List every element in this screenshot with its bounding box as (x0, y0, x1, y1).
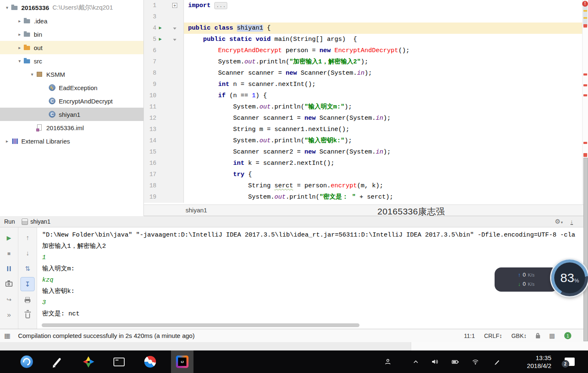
editor-gutter[interactable]: 4▶ (144, 23, 184, 34)
tool-window-switcher-icon[interactable]: ▦ (4, 332, 10, 340)
netspeed-widget[interactable]: ↑0K/s ↓0K/s (495, 267, 558, 292)
editor-gutter[interactable]: 9 (144, 79, 184, 90)
quark-browser-taskbar-button[interactable] (15, 350, 38, 373)
encoding-selector[interactable]: GBK↕ (511, 333, 527, 339)
project-item-eadexception[interactable]: ϟEadException (0, 81, 143, 94)
error-stripe-mark[interactable] (583, 84, 587, 86)
inspections-widget-icon[interactable]: ▩ (549, 332, 555, 340)
dump-threads-button[interactable] (2, 277, 16, 291)
project-tool-window[interactable]: ▾20165336C:\Users\戴尔\kzq201▸.idea▸bin▸ou… (0, 0, 144, 216)
run-line-icon[interactable]: ▶ (159, 34, 162, 45)
more-actions-button[interactable]: » (2, 308, 16, 322)
hide-panel-icon[interactable]: ↓ (570, 219, 573, 225)
editor-gutter[interactable]: 1+ (144, 0, 184, 11)
fold-collapse-icon[interactable] (173, 28, 176, 30)
editor-area[interactable]: 1+import ...34▶public class shiyan1 {5▶ … (144, 0, 582, 204)
project-item-external-libraries[interactable]: ▸External Libraries (0, 134, 143, 148)
scroll-to-end-button[interactable]: ↧ (20, 277, 35, 291)
breadcrumb-item[interactable]: shiyan1 (186, 207, 207, 214)
rerun-button[interactable]: ▶ (2, 231, 16, 245)
editor-gutter[interactable]: 11 (144, 101, 184, 113)
caret-position[interactable]: 11:1 (464, 333, 475, 339)
print-console-button[interactable] (20, 292, 35, 307)
battery-tray-button[interactable] (446, 350, 465, 373)
editor-gutter[interactable]: 15 (144, 146, 184, 158)
editor-gutter[interactable]: 13 (144, 124, 184, 135)
chevron-collapsed-icon[interactable]: ▸ (16, 18, 23, 24)
system-monitor-ball[interactable]: 83 % (551, 260, 588, 296)
prev-occurrence-button[interactable]: ↑ (20, 231, 35, 245)
desktop-strip (0, 342, 588, 350)
stripe-visible-range[interactable] (583, 5, 588, 26)
iml-file-icon (36, 124, 43, 131)
project-item-encryptanddecrypt[interactable]: CEncryptAndDecrypt (0, 94, 143, 108)
error-stripe-mark[interactable] (583, 94, 587, 96)
console-hscrollbar[interactable] (42, 323, 359, 327)
download-unit: K/s (528, 280, 535, 289)
readonly-lock-icon[interactable] (536, 335, 540, 338)
taskbar-clock[interactable]: 13:35 2018/4/2 (510, 350, 553, 373)
editor-gutter[interactable]: 6 (144, 45, 184, 56)
editor-gutter[interactable]: 17 (144, 169, 184, 180)
clear-console-button[interactable] (20, 308, 35, 322)
chevron-collapsed-icon[interactable]: ▸ (16, 45, 23, 50)
editor-gutter[interactable]: 8 (144, 68, 184, 79)
chevron-expanded-icon[interactable]: ▾ (16, 58, 23, 64)
chevron-expanded-icon[interactable]: ▾ (3, 5, 11, 10)
exit-console-button[interactable]: ↪ (2, 292, 16, 307)
settings-gear-icon[interactable]: ⚙▾ (555, 218, 563, 225)
restore-layout-button[interactable]: ⇅ (20, 262, 35, 276)
fold-collapse-icon[interactable] (173, 39, 176, 41)
prev-occurrence-button-icon: ↑ (26, 234, 29, 242)
error-stripe-mark[interactable] (583, 24, 587, 28)
chevron-up-icon (412, 359, 419, 365)
editor-gutter[interactable]: 14 (144, 135, 184, 146)
editor-gutter[interactable]: 12 (144, 113, 184, 124)
notifications-badge[interactable]: 1 (564, 332, 571, 339)
line-separator-selector[interactable]: CRLF↕ (484, 333, 503, 339)
people-tray-button[interactable] (379, 350, 397, 373)
project-item-bin[interactable]: ▸bin (0, 28, 143, 41)
volume-tray-button[interactable] (426, 350, 444, 373)
pen-tray-button[interactable] (488, 350, 506, 373)
tray-expand-button[interactable] (407, 350, 425, 373)
intellij-taskbar-button[interactable]: IJ (171, 350, 193, 373)
project-item-out[interactable]: ▸out (0, 41, 143, 54)
editor-gutter[interactable]: 10 (144, 90, 184, 101)
errors-indicator-icon[interactable]: ! (582, 1, 588, 7)
next-occurrence-button[interactable]: ↓ (20, 246, 35, 260)
error-stripe-mark[interactable] (583, 153, 587, 157)
fold-expand-icon[interactable]: + (172, 3, 177, 8)
window-vertical-scrollbar[interactable] (583, 158, 588, 341)
chevron-expanded-icon[interactable]: ▾ (28, 72, 36, 77)
editor-gutter[interactable]: 3 (144, 11, 184, 23)
wifi-tray-button[interactable] (466, 350, 485, 373)
editor-gutter[interactable]: 7 (144, 56, 184, 68)
project-item-shiyan1[interactable]: Cshiyan1 (0, 108, 143, 121)
run-line-icon[interactable]: ▶ (159, 23, 162, 34)
editor-gutter[interactable]: 18 (144, 180, 184, 192)
project-item-ksmm[interactable]: ▾KSMM (0, 68, 143, 81)
browser-taskbar-button[interactable] (139, 350, 161, 373)
editor-gutter[interactable]: 5▶ (144, 34, 184, 45)
project-item-20165336-iml[interactable]: 20165336.iml (0, 121, 143, 134)
chevron-collapsed-icon[interactable]: ▸ (16, 32, 23, 37)
paint-app-taskbar-button[interactable] (46, 350, 68, 373)
project-item--idea[interactable]: ▸.idea (0, 14, 143, 28)
pause-output-button[interactable] (2, 262, 16, 276)
screen-watermark: 20165336康志强 (377, 206, 445, 217)
project-item-20165336[interactable]: ▾20165336C:\Users\戴尔\kzq201 (0, 1, 143, 14)
chevron-collapsed-icon[interactable]: ▸ (3, 139, 11, 144)
error-stripe-mark[interactable] (583, 142, 587, 144)
stop-button[interactable]: ■ (2, 246, 16, 260)
action-center-button[interactable]: 2 (558, 350, 581, 373)
error-stripe-mark[interactable] (583, 17, 587, 19)
pinwheel-app-taskbar-button[interactable] (77, 350, 100, 373)
editor-gutter[interactable]: 19 (144, 192, 184, 203)
error-stripe-mark[interactable] (583, 10, 587, 12)
error-stripe-mark[interactable] (583, 73, 587, 76)
project-item-src[interactable]: ▾src (0, 54, 143, 68)
run-tab[interactable]: shiyan1 (22, 218, 50, 225)
editor-gutter[interactable]: 16 (144, 158, 184, 169)
command-prompt-taskbar-button[interactable] (108, 350, 130, 373)
